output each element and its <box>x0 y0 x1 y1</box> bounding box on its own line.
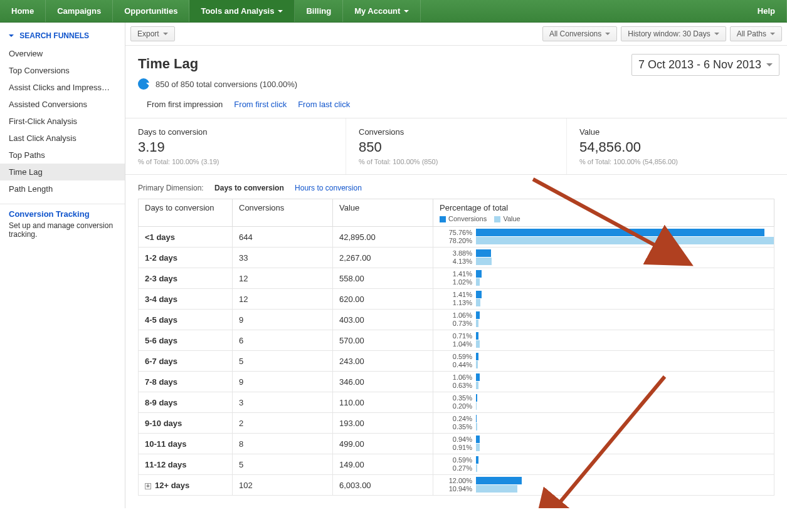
bar-value <box>476 237 774 244</box>
caret-down-icon <box>714 33 719 38</box>
metric-card: Days to conversion3.19% of Total: 100.00… <box>125 118 346 174</box>
cell-days: 5-6 days <box>139 330 233 351</box>
sidebar-item-overview[interactable]: Overview <box>0 45 125 62</box>
bar-value <box>476 464 477 472</box>
tab-from-first-click[interactable]: From first click <box>234 100 287 109</box>
history-window-button[interactable]: History window: 30 Days <box>621 26 726 41</box>
nav-home[interactable]: Home <box>0 0 46 22</box>
all-paths-button[interactable]: All Paths <box>730 26 782 41</box>
caret-down-icon <box>770 33 775 38</box>
table-row: <1 days64442,895.0075.76%78.20% <box>139 227 774 248</box>
nav-tools-and-analysis[interactable]: Tools and Analysis <box>189 0 295 22</box>
table-row: 1-2 days332,267.003.88%4.13% <box>139 248 774 268</box>
bar-conversions <box>476 373 480 381</box>
cell-percentage: 0.71%1.04% <box>433 330 774 351</box>
metric-subtext: % of Total: 100.00% (850) <box>359 158 554 165</box>
primary-dimension-alt-link[interactable]: Hours to conversion <box>295 184 362 192</box>
cell-days: 1-2 days <box>139 248 233 268</box>
bar-conversions <box>476 353 478 360</box>
bar-conversions <box>476 415 477 422</box>
cell-days: 10-11 days <box>139 434 233 454</box>
cell-days: 11-12 days <box>139 454 233 475</box>
conversion-tracking-link[interactable]: Conversion Tracking <box>9 209 90 219</box>
export-button[interactable]: Export <box>130 26 175 41</box>
table-row: 5-6 days6570.000.71%1.04% <box>139 330 774 351</box>
cell-conversions: 644 <box>233 227 333 248</box>
column-header-conversions[interactable]: Conversions <box>233 199 333 227</box>
metric-summary: Days to conversion3.19% of Total: 100.00… <box>125 118 787 175</box>
metric-tabs: From first impressionFrom first clickFro… <box>125 100 787 118</box>
cell-conversions: 3 <box>233 392 333 413</box>
sidebar-item-last-click-analysis[interactable]: Last Click Analysis <box>0 130 125 147</box>
column-header-value[interactable]: Value <box>333 199 433 227</box>
sidebar-item-top-paths[interactable]: Top Paths <box>0 147 125 164</box>
conversion-tracking-desc: Set up and manage conversion tracking. <box>9 221 116 239</box>
bar-value <box>476 320 478 327</box>
all-conversions-button[interactable]: All Conversions <box>542 26 617 41</box>
caret-down-icon <box>163 33 168 38</box>
caret-down-icon <box>766 63 773 70</box>
date-range-picker[interactable]: 7 Oct 2013 - 6 Nov 2013 <box>631 54 779 76</box>
bar-conversions <box>476 477 522 484</box>
bar-value <box>476 382 478 389</box>
bar-value <box>476 340 480 348</box>
bar-conversions <box>476 436 480 443</box>
cell-days: 2-3 days <box>139 268 233 289</box>
metric-label: Value <box>579 127 774 137</box>
cell-percentage: 3.88%4.13% <box>433 248 774 268</box>
sidebar-item-assist-clicks-and-impress-[interactable]: Assist Clicks and Impress… <box>0 79 125 96</box>
bar-conversions <box>476 270 482 278</box>
bar-value <box>476 361 478 368</box>
nav-opportunities[interactable]: Opportunities <box>113 0 189 22</box>
cell-percentage: 1.06%0.63% <box>433 372 774 392</box>
legend-swatch-conversions <box>440 216 446 222</box>
metric-value: 850 <box>359 139 554 155</box>
legend-swatch-value <box>494 216 500 222</box>
table-row: 9-10 days2193.000.24%0.35% <box>139 413 774 434</box>
bar-conversions <box>476 291 482 298</box>
sidebar-item-path-length[interactable]: Path Length <box>0 180 125 197</box>
cell-conversions: 6 <box>233 330 333 351</box>
tab-from-last-click[interactable]: From last click <box>298 100 350 109</box>
cell-value: 6,003.00 <box>333 475 433 496</box>
sidebar-item-assisted-conversions[interactable]: Assisted Conversions <box>0 96 125 113</box>
top-nav: HomeCampaignsOpportunitiesTools and Anal… <box>0 0 787 23</box>
cell-value: 110.00 <box>333 392 433 413</box>
table-row: 8-9 days3110.000.35%0.20% <box>139 392 774 413</box>
cell-value: 570.00 <box>333 330 433 351</box>
cell-percentage: 1.41%1.02% <box>433 268 774 289</box>
cell-value: 42,895.00 <box>333 227 433 248</box>
bar-conversions <box>476 229 764 236</box>
conversion-summary: 850 of 850 total conversions (100.00%) <box>125 78 787 100</box>
table-row: 4-5 days9403.001.06%0.73% <box>139 310 774 330</box>
expand-icon[interactable]: + <box>145 483 151 489</box>
bar-value <box>476 278 480 286</box>
cell-percentage: 1.06%0.73% <box>433 310 774 330</box>
cell-value: 558.00 <box>333 268 433 289</box>
column-header-days[interactable]: Days to conversion <box>139 199 233 227</box>
nav-my-account[interactable]: My Account <box>343 0 421 22</box>
cell-value: 149.00 <box>333 454 433 475</box>
nav-campaigns[interactable]: Campaigns <box>46 0 113 22</box>
sidebar-item-time-lag[interactable]: Time Lag <box>0 164 125 180</box>
cell-percentage: 0.59%0.44% <box>433 351 774 372</box>
primary-dimension-current[interactable]: Days to conversion <box>214 184 284 192</box>
cell-value: 499.00 <box>333 434 433 454</box>
bar-value <box>476 258 492 265</box>
cell-conversions: 12 <box>233 289 333 310</box>
table-row: 2-3 days12558.001.41%1.02% <box>139 268 774 289</box>
nav-billing[interactable]: Billing <box>295 0 343 22</box>
main-content: Export All Conversions History window: 3… <box>125 23 787 508</box>
cell-value: 620.00 <box>333 289 433 310</box>
cell-conversions: 9 <box>233 310 333 330</box>
cell-percentage: 1.41%1.13% <box>433 289 774 310</box>
table-row: 3-4 days12620.001.41%1.13% <box>139 289 774 310</box>
primary-dimension-label: Primary Dimension: <box>138 184 204 192</box>
sidebar-item-first-click-analysis[interactable]: First-Click Analysis <box>0 113 125 130</box>
tab-from-first-impression[interactable]: From first impression <box>147 100 223 109</box>
cell-days: 9-10 days <box>139 413 233 434</box>
sidebar-item-top-conversions[interactable]: Top Conversions <box>0 62 125 79</box>
cell-value: 403.00 <box>333 310 433 330</box>
nav-help[interactable]: Help <box>746 0 787 22</box>
sidebar-header[interactable]: SEARCH FUNNELS <box>0 29 125 45</box>
